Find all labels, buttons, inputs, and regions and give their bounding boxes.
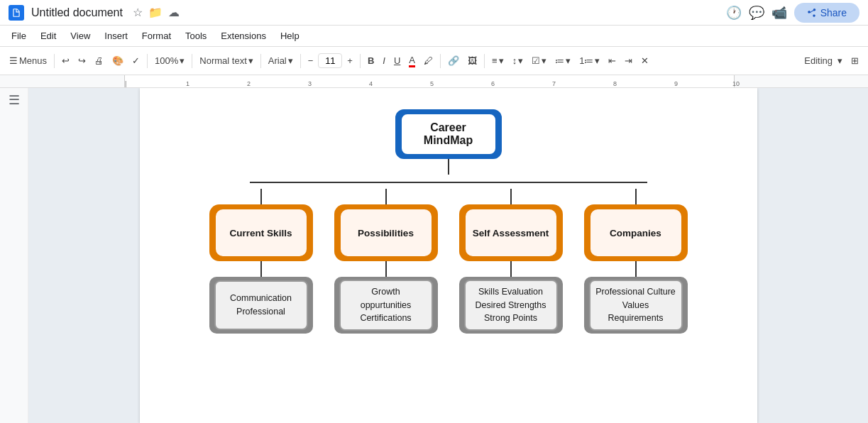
list-icon: ≔ — [555, 55, 564, 66]
connector-2b — [385, 261, 387, 277]
comment-icon[interactable]: 💬 — [749, 5, 764, 21]
font-size-input[interactable] — [318, 53, 342, 68]
indent-increase-icon: ⇥ — [625, 55, 632, 66]
menu-help[interactable]: Help — [275, 29, 305, 43]
h-line — [250, 182, 647, 183]
indent-increase-button[interactable]: ⇥ — [621, 53, 636, 68]
font-size-decrease[interactable]: − — [304, 53, 317, 68]
list-button[interactable]: ≔▾ — [551, 53, 574, 68]
underline-button[interactable]: U — [390, 53, 404, 68]
menu-format[interactable]: Format — [136, 29, 177, 43]
clear-format-button[interactable]: ✕ — [637, 53, 652, 68]
line-spacing-icon: ↕ — [512, 55, 517, 66]
orange-box-self-assessment[interactable]: Self Assessment — [459, 204, 563, 261]
menu-edit[interactable]: Edit — [35, 29, 62, 43]
possibilities-title: Possibilities — [358, 228, 414, 238]
font-value: Arial — [268, 55, 287, 66]
toolbar-sep-6 — [360, 54, 361, 68]
clear-format-icon: ✕ — [641, 55, 649, 66]
print-icon: 🖨 — [94, 55, 104, 66]
menu-tools[interactable]: Tools — [180, 29, 212, 43]
branch-current-skills: Current Skills CommunicationProfessional — [209, 189, 314, 334]
suggestions-button[interactable]: ⊞ — [847, 53, 862, 68]
history-icon[interactable]: 🕐 — [726, 5, 742, 21]
connector-1b — [260, 261, 262, 277]
grey-box-companies[interactable]: Professional CultureValuesRequirements — [584, 277, 688, 334]
grey-box-possibilities[interactable]: GrowthoppurtunitiesCertifications — [334, 277, 438, 334]
undo-button[interactable]: ↩ — [58, 53, 73, 68]
orange-box-inner-possibilities: Possibilities — [339, 208, 433, 258]
highlight-button[interactable]: 🖊 — [420, 53, 436, 68]
spell-check-button[interactable]: ✓ — [128, 53, 143, 68]
connector-4 — [635, 189, 637, 204]
sidebar: ☰ — [0, 88, 28, 423]
menu-file[interactable]: File — [6, 29, 32, 43]
font-dropdown[interactable]: Arial ▾ — [265, 53, 297, 68]
editing-dropdown[interactable]: ▾ — [834, 53, 846, 68]
undo-icon: ↩ — [62, 55, 70, 66]
current-skills-title: Current Skills — [230, 228, 292, 238]
video-icon[interactable]: 📹 — [771, 5, 787, 21]
list-dropdown-icon: ▾ — [566, 55, 571, 66]
zoom-value: 100% — [155, 55, 178, 66]
plus-icon: + — [347, 55, 353, 66]
connector-4b — [635, 261, 637, 277]
align-button[interactable]: ≡▾ — [488, 53, 507, 68]
toolbar-sep-2 — [147, 54, 148, 68]
children-row: Current Skills CommunicationProfessional — [207, 189, 690, 334]
style-value: Normal text — [199, 55, 246, 66]
sidebar-outline-icon[interactable]: ☰ — [9, 92, 20, 423]
mindmap: CareerMindMap — [182, 109, 715, 334]
text-color-button[interactable]: A — [405, 53, 419, 70]
toolbar-sep-1 — [54, 54, 55, 68]
checklist-button[interactable]: ☑▾ — [528, 53, 550, 68]
folder-icon[interactable]: 📁 — [148, 6, 163, 19]
suggestions-icon: ⊞ — [851, 55, 859, 66]
redo-button[interactable]: ↪ — [75, 53, 89, 68]
menu-insert[interactable]: Insert — [99, 29, 133, 43]
link-button[interactable]: 🔗 — [444, 53, 463, 68]
title-action-icons: ☆ 📁 ☁ — [133, 6, 180, 19]
title-bar: Untitled document ☆ 📁 ☁ 🕐 💬 📹 Share — [0, 0, 868, 26]
toolbar-sep-8 — [484, 54, 485, 68]
orange-box-current-skills[interactable]: Current Skills — [209, 204, 313, 261]
share-button[interactable]: Share — [794, 3, 859, 23]
image-insert-button[interactable]: 🖼 — [464, 53, 480, 68]
menu-view[interactable]: View — [65, 29, 96, 43]
text-color-icon: A — [409, 55, 415, 67]
cloud-icon[interactable]: ☁ — [168, 6, 180, 19]
toolbar-sep-7 — [440, 54, 441, 68]
grey-box-inner-possibilities: GrowthoppurtunitiesCertifications — [339, 280, 433, 331]
grey-box-current-skills[interactable]: CommunicationProfessional — [209, 277, 313, 334]
print-button[interactable]: 🖨 — [91, 53, 107, 68]
menu-extensions[interactable]: Extensions — [215, 29, 272, 43]
grey-box-inner-companies: Professional CultureValuesRequirements — [589, 280, 683, 331]
companies-children: Professional CultureValuesRequirements — [595, 285, 676, 325]
connector-2 — [385, 189, 387, 204]
branch-companies: Companies Professional CultureValuesRequ… — [583, 189, 688, 334]
toolbar: ☰ Menus ↩ ↪ 🖨 🎨 ✓ 100% ▾ Normal text ▾ A… — [0, 47, 868, 75]
indent-decrease-button[interactable]: ⇤ — [605, 53, 620, 68]
numbered-list-icon: 1≔ — [579, 55, 593, 66]
orange-box-companies[interactable]: Companies — [584, 204, 688, 261]
line-spacing-button[interactable]: ↕▾ — [509, 53, 527, 68]
root-node[interactable]: CareerMindMap — [395, 109, 502, 159]
style-dropdown[interactable]: Normal text ▾ — [196, 53, 256, 68]
branch-possibilities: Possibilities GrowthoppurtunitiesCertifi… — [334, 189, 439, 334]
document-area: CareerMindMap — [28, 88, 868, 423]
star-icon[interactable]: ☆ — [133, 6, 143, 19]
toolbar-sep-4 — [260, 54, 261, 68]
numbered-list-button[interactable]: 1≔▾ — [576, 53, 603, 68]
checklist-icon: ☑ — [532, 55, 540, 66]
spell-icon: ✓ — [132, 55, 140, 66]
menus-button[interactable]: ☰ Menus — [6, 53, 50, 68]
italic-button[interactable]: I — [379, 53, 389, 68]
orange-box-possibilities[interactable]: Possibilities — [334, 204, 438, 261]
paint-format-icon: 🎨 — [112, 55, 123, 66]
connector-3 — [510, 189, 512, 204]
font-size-increase[interactable]: + — [344, 53, 356, 68]
bold-button[interactable]: B — [364, 53, 378, 68]
paint-format-button[interactable]: 🎨 — [109, 53, 127, 68]
zoom-button[interactable]: 100% ▾ — [151, 53, 188, 68]
grey-box-self-assessment[interactable]: Skills EvaluationDesired StrengthsStrong… — [459, 277, 563, 334]
